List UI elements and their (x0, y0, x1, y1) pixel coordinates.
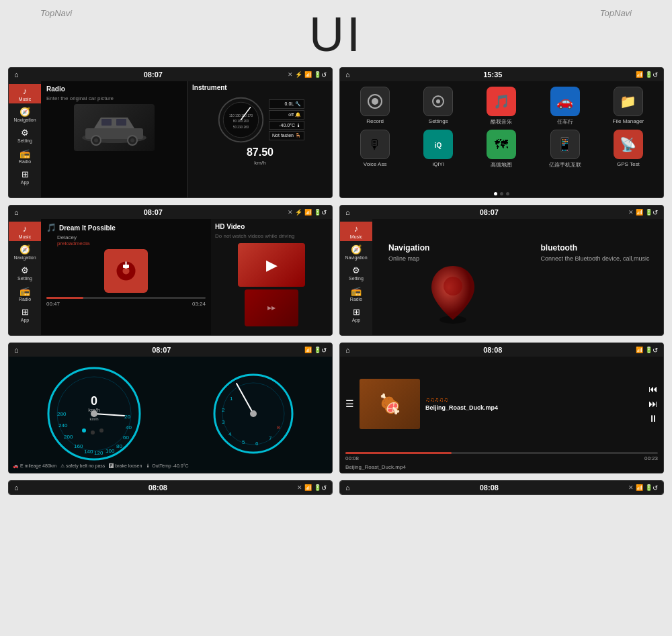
speed-gauge-svg: 280 240 200 160 140 120 100 80 60 40 20 … (44, 363, 144, 464)
close-btn-4[interactable]: ↺ (653, 209, 658, 216)
sidebar-setting-4[interactable]: ⚙ Setting (340, 263, 372, 283)
home-icon-5[interactable]: ⌂ (14, 346, 19, 354)
stat-off: off 🔔 (269, 110, 304, 120)
app-gpstest[interactable]: 📡 GPS Test (599, 130, 658, 169)
screens-grid: ⌂ 08:07 ✕⚡📶🔋 ↺ ♪ Music 🧭 Navigation ⚙ Se… (0, 67, 672, 503)
stat-temp: -40.0°C 🌡 (269, 121, 304, 130)
app-gaode[interactable]: 🗺 高德地图 (472, 130, 531, 169)
close-btn-2[interactable]: ↺ (653, 71, 658, 79)
sidebar-music-1[interactable]: ♪ Music (9, 84, 41, 103)
app-iqiyi[interactable]: iQ iQIYI (409, 130, 468, 169)
app-settings[interactable]: Settings (409, 87, 468, 126)
status-icons-4: ✕📶🔋 (628, 209, 653, 216)
home-icon-7[interactable]: ⌂ (14, 484, 19, 492)
svg-text:280: 280 (57, 411, 67, 417)
album-art-svg (114, 259, 138, 283)
app-yilian[interactable]: 📱 亿连手机互联 (536, 130, 595, 169)
status-icons-8: ✕📶🔋 (628, 484, 653, 491)
sidebar-setting-3[interactable]: ⚙ Setting (9, 263, 41, 283)
sidebar-music-4[interactable]: ♪ Music (340, 222, 372, 241)
time-4: 08:07 (350, 208, 628, 216)
video-progress-area: 00:08 00:23 (340, 451, 663, 463)
app-renche[interactable]: 🚗 任车行 (536, 87, 595, 126)
home-icon-2[interactable]: ⌂ (345, 71, 350, 79)
status-bar-2: ⌂ 15:35 📶🔋 ↺ (340, 68, 663, 81)
close-btn-5[interactable]: ↺ (321, 347, 327, 354)
close-btn-6[interactable]: ↺ (653, 347, 658, 354)
sidebar-music-3[interactable]: ♪ Music (9, 222, 41, 241)
next-btn[interactable]: ⏭ (648, 398, 658, 409)
stat-belt: ⚠ safety belt no pass (60, 463, 105, 469)
sidebar-nav-4[interactable]: 🧭 Navigation (340, 242, 372, 262)
sidebar-nav-1[interactable]: 🧭 Navigation (9, 105, 41, 124)
screen-video: ⌂ 08:08 📶🔋 ↺ ☰ 🍖 ♫♫♫♫♫ Beijing_Roast_Duc… (339, 343, 664, 473)
app-voiceass[interactable]: 🎙 Voice Ass (345, 130, 405, 169)
svg-text:0: 0 (91, 394, 97, 408)
screen-radio: ⌂ 08:07 ✕⚡📶🔋 ↺ ♪ Music 🧭 Navigation ⚙ Se… (8, 67, 333, 198)
sidebar-radio-4[interactable]: 📻 Radio (340, 284, 372, 304)
status-icons-3: ✕⚡📶🔋 (288, 209, 321, 216)
svg-text:6: 6 (255, 441, 259, 447)
sidebar-app-4[interactable]: ⊞ App (340, 305, 372, 324)
close-btn-3[interactable]: ↺ (321, 209, 327, 216)
svg-text:km/h: km/h (89, 407, 100, 413)
svg-text:8: 8 (277, 424, 280, 430)
hd-video-warning: Do not watch videos while driving (215, 233, 294, 239)
status-icons-2: 📶🔋 (636, 71, 653, 78)
sidebar-app-1[interactable]: ⊞ App (9, 167, 41, 187)
app-filemanager[interactable]: 📁 File Manager (599, 87, 658, 126)
home-icon-8[interactable]: ⌂ (345, 484, 350, 492)
gauges: 110 130 150 170 80 100 200 50 230 260 0.… (192, 95, 328, 145)
map-pin-area (426, 259, 493, 326)
radio-icon-1: 📻 (19, 148, 30, 158)
svg-text:2: 2 (222, 407, 225, 413)
sidebar-4: ♪ Music 🧭 Navigation ⚙ Setting 📻 Radio ⊞… (340, 219, 372, 335)
svg-point-45 (91, 430, 95, 435)
music-times: 00:47 03:24 (46, 301, 206, 307)
sidebar-radio-3[interactable]: 📻 Radio (9, 284, 41, 304)
sidebar-setting-1[interactable]: ⚙ Setting (9, 126, 41, 145)
screen-navigation: ⌂ 08:07 ✕📶🔋 ↺ ♪ Music 🧭 Navigation ⚙ Set… (339, 205, 664, 336)
music-progress-fill (46, 297, 83, 299)
hd-video-thumb2: ▶▶ (245, 289, 298, 326)
page-title: UI (0, 7, 672, 62)
s8-reverse-item[interactable]: P Reverse (340, 494, 421, 495)
video-menu-icon[interactable]: ☰ (345, 398, 354, 409)
screen-equalizer: ⌂ 08:08 ✕📶🔋 ↺ 🧭 Navigation 🔊 Sound ≡ Eff… (8, 480, 333, 495)
app-label-record: Record (366, 118, 384, 124)
video-thumbnail: 🍖 (360, 379, 420, 429)
speed-unit: km/h (192, 160, 328, 166)
prev-btn[interactable]: ⏮ (648, 383, 658, 394)
svg-point-15 (372, 98, 378, 105)
status-icons-7: ✕📶🔋 (297, 484, 321, 491)
close-btn-7[interactable]: ↺ (321, 484, 327, 492)
sidebar-radio-1[interactable]: 📻 Radio (9, 146, 41, 166)
sidebar-nav-3[interactable]: 🧭 Navigation (9, 242, 41, 262)
app-icon-gpstest: 📡 (614, 130, 643, 159)
play-icon[interactable]: ▶ (266, 257, 278, 274)
video-info: ♫♫♫♫♫ Beijing_Roast_Duck.mp4 (425, 396, 643, 411)
video-player-main: ☰ 🍖 ♫♫♫♫♫ Beijing_Roast_Duck.mp4 ⏮ ⏭ ⏸ (340, 357, 663, 473)
app-icon-renche: 🚗 (550, 87, 580, 116)
home-icon-3[interactable]: ⌂ (14, 208, 19, 216)
video-progress-track[interactable] (345, 452, 658, 454)
app-icon-filemanager: 📁 (614, 87, 643, 116)
time-2: 15:35 (350, 71, 636, 79)
music-title-row: 🎵 Dream It Possible (46, 223, 206, 232)
home-icon-6[interactable]: ⌂ (345, 346, 350, 354)
svg-text:3: 3 (222, 419, 225, 425)
close-btn-8[interactable]: ↺ (653, 484, 658, 492)
sidebar-app-3[interactable]: ⊞ App (9, 305, 41, 324)
app-record[interactable]: Record (345, 87, 405, 126)
music-progress-bar[interactable] (46, 297, 206, 299)
status-bar-5: ⌂ 08:07 📶🔋 ↺ (9, 343, 332, 357)
status-bar-8: ⌂ 08:08 ✕📶🔋 ↺ (340, 481, 663, 494)
close-btn-1[interactable]: ↺ (321, 71, 327, 79)
app-music-cn[interactable]: 🎵 酷我音乐 (472, 87, 531, 126)
home-icon-1[interactable]: ⌂ (14, 71, 19, 79)
home-icon-4[interactable]: ⌂ (345, 208, 350, 216)
settings-nav-item[interactable]: 🧭 Navigation (9, 494, 83, 495)
pause-btn[interactable]: ⏸ (648, 413, 658, 424)
video-controls: ⏮ ⏭ ⏸ (648, 383, 658, 424)
map-pin-svg (426, 259, 480, 326)
